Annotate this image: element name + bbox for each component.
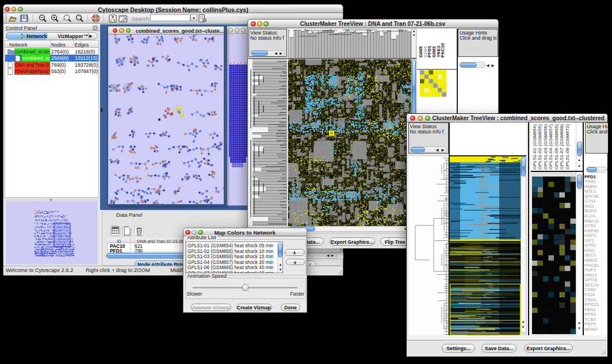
svg-text:GPL51-06 (GSM865): GPL51-06 (GSM865)	[554, 124, 559, 170]
svg-text:GPL51-02 (GSM855): GPL51-02 (GSM855)	[537, 124, 542, 170]
svg-text:GPL51-03 (GSM856): GPL51-03 (GSM856)	[543, 124, 548, 170]
svg-text:PAC10: PAC10	[440, 43, 445, 58]
svg-text:GPL51-01 (GSM854): GPL51-01 (GSM854)	[532, 124, 537, 170]
svg-text:GPL51-07 (GSM868): GPL51-07 (GSM868)	[559, 124, 564, 170]
svg-text:GPL51-08 (GSM872): GPL51-08 (GSM872)	[565, 124, 570, 170]
svg-text:GPL51-04 (GSM857): GPL51-04 (GSM857)	[548, 124, 553, 170]
